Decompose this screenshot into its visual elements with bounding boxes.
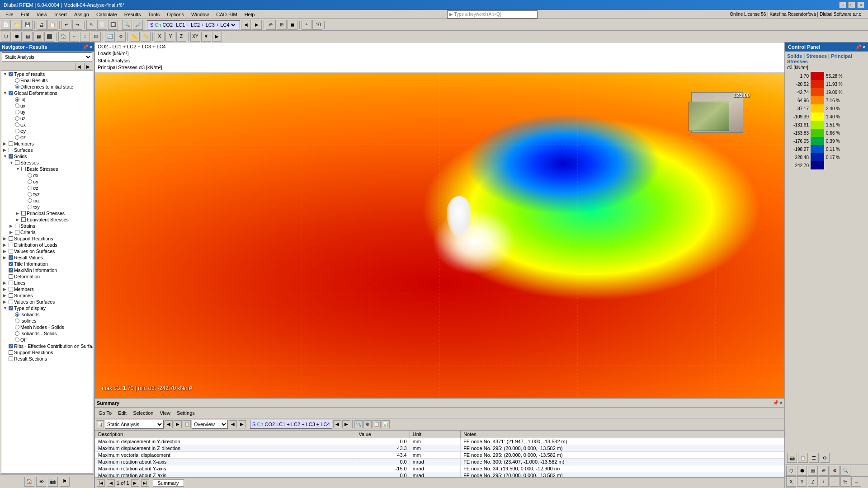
page-first-btn[interactable]: |◀ <box>97 479 105 487</box>
radio-indicator[interactable] <box>28 198 32 203</box>
tree-item[interactable]: ▼✓Solids <box>1 153 93 160</box>
tree-item[interactable]: ▶Surfaces <box>1 147 93 153</box>
checkbox-indicator[interactable]: ✓ <box>9 262 13 266</box>
checkbox-indicator[interactable] <box>15 230 19 235</box>
summary-view-prev-btn[interactable]: ◀ <box>229 420 237 428</box>
tree-item[interactable]: Deformation <box>1 273 93 280</box>
table-row[interactable]: Maximum displacement in Y-direction0.0mm… <box>95 438 784 445</box>
checkbox-indicator[interactable] <box>9 281 13 285</box>
maximize-button[interactable]: □ <box>848 2 855 8</box>
zoom-out-btn[interactable]: 🔎 <box>133 20 143 30</box>
menu-help[interactable]: Help <box>241 11 259 18</box>
checkbox-indicator[interactable] <box>9 236 13 241</box>
cp-view3-btn[interactable]: ▤ <box>808 466 818 476</box>
tree-item[interactable]: τxz <box>1 197 93 204</box>
checkbox-indicator[interactable] <box>9 357 13 361</box>
cp-screenshot-btn[interactable]: 📸 <box>787 453 797 463</box>
view3d-btn[interactable]: 🔲 <box>108 20 118 30</box>
table-row[interactable]: Maximum rotation about X-axis0.0mradFE n… <box>95 459 784 465</box>
cp-view4-btn[interactable]: ⊕ <box>819 466 829 476</box>
t2-btn9[interactable]: ⊡ <box>91 32 101 42</box>
cp-extra5-btn[interactable]: ÷ <box>830 477 840 487</box>
tree-item[interactable]: φx <box>1 122 93 128</box>
cp-extra6-btn[interactable]: % <box>840 477 850 487</box>
cp-extra7-btn[interactable]: → <box>851 477 861 487</box>
cp-pin-btn[interactable]: 📌 <box>855 44 862 50</box>
menu-edit[interactable]: Edit <box>17 11 33 18</box>
t2-btn10[interactable]: 🔄 <box>105 32 115 42</box>
radio-indicator[interactable] <box>28 192 32 197</box>
cp-view5-btn[interactable]: ⚙ <box>830 466 840 476</box>
checkbox-indicator[interactable] <box>15 224 19 228</box>
tree-item[interactable]: ▼Basic Stresses <box>1 166 93 172</box>
load-combo[interactable]: LC1 + LC2 + LC3 + LC4 <box>174 22 237 28</box>
tree-item[interactable]: ▼Stresses <box>1 160 93 166</box>
t2-btn5[interactable]: ⬛ <box>44 32 54 42</box>
close-button[interactable]: × <box>857 2 864 8</box>
checkbox-indicator[interactable]: ✓ <box>9 344 13 348</box>
nav-close-btn[interactable]: × <box>90 44 92 50</box>
summary-goto-menu[interactable]: Go To <box>97 410 113 416</box>
tree-item[interactable]: σx <box>1 172 93 178</box>
summary-tab-btn[interactable]: Summary <box>153 479 184 487</box>
nav-flag-btn[interactable]: ⚑ <box>60 477 70 487</box>
summary-close-btn[interactable]: × <box>780 400 783 406</box>
page-next-btn[interactable]: ▶ <box>131 479 139 487</box>
radio-indicator[interactable] <box>28 205 32 209</box>
tree-item[interactable]: Support Reactions <box>1 349 93 356</box>
tree-item[interactable]: Differences to initial state <box>1 84 93 90</box>
cp-copy-btn[interactable]: 📋 <box>798 453 808 463</box>
summary-prev-btn[interactable]: ◀ <box>165 420 173 428</box>
checkbox-indicator[interactable] <box>9 249 13 253</box>
tree-item[interactable]: ▶Strains <box>1 223 93 229</box>
box-btn[interactable]: ⬜ <box>97 20 107 30</box>
cp-settings-btn[interactable]: ⚙ <box>820 453 830 463</box>
axis-btn[interactable]: ⊕ <box>266 20 276 30</box>
menu-insert[interactable]: Insert <box>51 11 71 18</box>
nav-prev-btn[interactable]: ◀ <box>75 63 83 70</box>
zoom-in-btn[interactable]: 🔍 <box>122 20 132 30</box>
checkbox-indicator[interactable]: ✓ <box>9 306 13 310</box>
table-row[interactable]: Maximum displacement in Z-direction43.3m… <box>95 445 784 452</box>
summary-analysis-combo[interactable]: Static Analysis <box>105 420 164 429</box>
radio-indicator[interactable] <box>15 110 19 114</box>
cp-list-btn[interactable]: ☰ <box>809 453 819 463</box>
cp-view2-btn[interactable]: ⬢ <box>797 466 807 476</box>
radio-indicator[interactable] <box>28 173 32 178</box>
radio-indicator[interactable] <box>15 338 19 342</box>
menu-cad-bim[interactable]: CAD-BIM <box>212 11 241 18</box>
checkbox-indicator[interactable] <box>15 160 19 165</box>
keyword-search[interactable]: ▶ Type a keyword (Alt+Q) <box>447 10 538 19</box>
tree-item[interactable]: ✓Ribs - Effective Contribution on Surfa.… <box>1 343 93 349</box>
tree-item[interactable]: ux <box>1 103 93 109</box>
radio-indicator[interactable] <box>15 129 19 133</box>
scale-btn[interactable]: ± <box>302 20 311 30</box>
t2-btn1[interactable]: ⬡ <box>1 32 11 42</box>
summary-tool3-btn[interactable]: 📋 <box>373 420 381 428</box>
t2-btn16[interactable]: Z <box>176 32 186 42</box>
tree-item[interactable]: ▼✓Type of results <box>1 71 93 77</box>
t2-btn6[interactable]: 🏠 <box>58 32 68 42</box>
viewport[interactable]: 125.00 max σ3: 1.70 | min σ3: -242.70 kN… <box>95 73 784 398</box>
radio-indicator[interactable] <box>15 331 19 336</box>
radio-indicator[interactable] <box>15 97 19 102</box>
cp-extra1-btn[interactable]: X <box>786 477 796 487</box>
tree-item[interactable]: uz <box>1 115 93 122</box>
cp-view1-btn[interactable]: ⬡ <box>786 466 796 476</box>
nav-eye-btn[interactable]: 👁 <box>36 477 46 487</box>
nav-home-btn[interactable]: 🏠 <box>24 477 34 487</box>
t2-btn19[interactable]: ▶ <box>212 32 222 42</box>
checkbox-indicator[interactable]: ✓ <box>9 91 13 95</box>
radio-indicator[interactable] <box>15 78 19 83</box>
tree-item[interactable]: ▶Members <box>1 286 93 292</box>
tree-item[interactable]: ▶Values on Surfaces <box>1 299 93 305</box>
save-btn[interactable]: 💾 <box>23 20 33 30</box>
t2-btn2[interactable]: ⬢ <box>12 32 22 42</box>
cp-close-btn[interactable]: × <box>863 44 865 50</box>
undo-btn[interactable]: ↩ <box>61 20 71 30</box>
menu-results[interactable]: Results <box>121 11 145 18</box>
tree-item[interactable]: Isobands - Solids <box>1 330 93 337</box>
table-row[interactable]: Maximum vectorial displacement43.4mmFE n… <box>95 452 784 459</box>
t2-btn18[interactable]: ▼ <box>201 32 211 42</box>
summary-view-combo[interactable]: Overview <box>192 420 228 429</box>
